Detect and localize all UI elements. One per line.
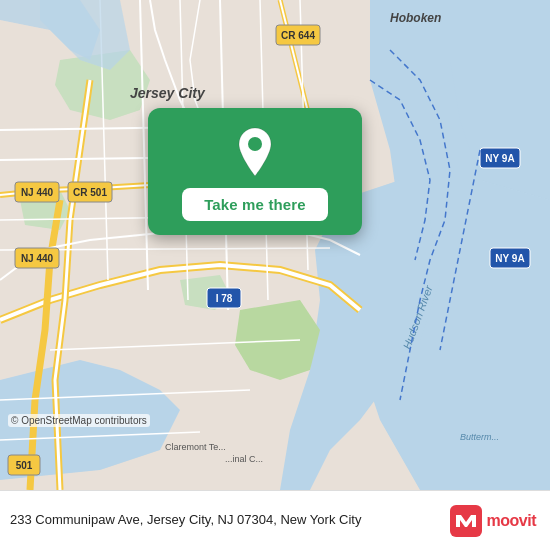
svg-text:I 78: I 78 bbox=[216, 293, 233, 304]
svg-text:CR 501: CR 501 bbox=[73, 187, 107, 198]
moovit-icon bbox=[450, 505, 482, 537]
svg-text:Butterm...: Butterm... bbox=[460, 432, 499, 442]
svg-text:CR 644: CR 644 bbox=[281, 30, 315, 41]
bottom-bar: 233 Communipaw Ave, Jersey City, NJ 0730… bbox=[0, 490, 550, 550]
svg-text:Hoboken: Hoboken bbox=[390, 11, 441, 25]
svg-text:Jersey City: Jersey City bbox=[130, 85, 206, 101]
take-me-there-button[interactable]: Take me there bbox=[182, 188, 328, 221]
svg-point-37 bbox=[248, 137, 262, 151]
moovit-brand-name: moovit bbox=[487, 512, 536, 530]
svg-text:NJ 440: NJ 440 bbox=[21, 187, 54, 198]
svg-text:...inal C...: ...inal C... bbox=[225, 454, 263, 464]
svg-rect-38 bbox=[450, 505, 482, 537]
address-label: 233 Communipaw Ave, Jersey City, NJ 0730… bbox=[10, 511, 450, 529]
svg-text:Claremont Te...: Claremont Te... bbox=[165, 442, 226, 452]
moovit-logo: moovit bbox=[450, 505, 536, 537]
svg-text:501: 501 bbox=[16, 460, 33, 471]
map-container: CR 644 CR 501 NJ 440 NJ 440 501 I 78 NY … bbox=[0, 0, 550, 490]
popup-card: Take me there bbox=[148, 108, 362, 235]
svg-text:NY 9A: NY 9A bbox=[485, 153, 514, 164]
svg-text:NY 9A: NY 9A bbox=[495, 253, 524, 264]
svg-text:NJ 440: NJ 440 bbox=[21, 253, 54, 264]
copyright-text: © OpenStreetMap contributors bbox=[8, 414, 150, 427]
location-pin-icon bbox=[233, 126, 277, 178]
